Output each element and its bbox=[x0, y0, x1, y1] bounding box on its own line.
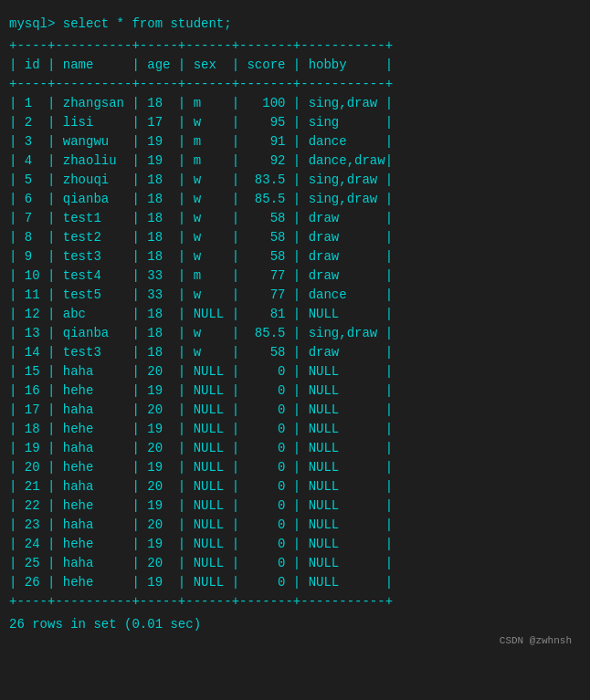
table-row: | 15 | haha | 20 | NULL | 0 | NULL | bbox=[9, 362, 581, 381]
prompt-text: mysql> select * from student; bbox=[9, 16, 232, 31]
table-row: | 21 | haha | 20 | NULL | 0 | NULL | bbox=[9, 477, 581, 496]
table-row: | 6 | qianba | 18 | w | 85.5 | sing,draw… bbox=[9, 190, 581, 209]
watermark-text: CSDN @zwhnsh bbox=[9, 635, 581, 646]
table-row: | 12 | abc | 18 | NULL | 81 | NULL | bbox=[9, 305, 581, 324]
table-row: | 4 | zhaoliu | 19 | m | 92 | dance,draw… bbox=[9, 151, 581, 171]
table-row: | 24 | hehe | 19 | NULL | 0 | NULL | bbox=[9, 535, 581, 554]
table-row: | 13 | qianba | 18 | w | 85.5 | sing,dra… bbox=[9, 324, 581, 343]
table-row: | 23 | haha | 20 | NULL | 0 | NULL | bbox=[9, 516, 581, 535]
table-row: | 26 | hehe | 19 | NULL | 0 | NULL | bbox=[9, 573, 581, 592]
table-row: | 8 | test2 | 18 | w | 58 | draw | bbox=[9, 228, 581, 247]
table-row: | 10 | test4 | 33 | m | 77 | draw | bbox=[9, 266, 581, 286]
table-row: | 5 | zhouqi | 18 | w | 83.5 | sing,draw… bbox=[9, 171, 581, 190]
table-row: | 18 | hehe | 19 | NULL | 0 | NULL | bbox=[9, 420, 581, 439]
table-row: | 17 | haha | 20 | NULL | 0 | NULL | bbox=[9, 401, 581, 420]
divider-mid: +----+----------+-----+------+-------+--… bbox=[9, 75, 581, 94]
table-output: +----+----------+-----+------+-------+--… bbox=[9, 37, 581, 611]
footer-text: 26 rows in set (0.01 sec) bbox=[9, 617, 581, 632]
table-row: | 20 | hehe | 19 | NULL | 0 | NULL | bbox=[9, 458, 581, 477]
table-rows: | 1 | zhangsan | 18 | m | 100 | sing,dra… bbox=[9, 94, 581, 592]
table-header: | id | name | age | sex | score | hobby … bbox=[9, 56, 581, 75]
terminal-window: mysql> select * from student; +----+----… bbox=[0, 9, 590, 653]
divider-top: +----+----------+-----+------+-------+--… bbox=[9, 37, 581, 56]
table-row: | 11 | test5 | 33 | w | 77 | dance | bbox=[9, 286, 581, 305]
table-row: | 2 | lisi | 17 | w | 95 | sing | bbox=[9, 113, 581, 132]
table-row: | 25 | haha | 20 | NULL | 0 | NULL | bbox=[9, 554, 581, 573]
table-row: | 22 | hehe | 19 | NULL | 0 | NULL | bbox=[9, 496, 581, 516]
divider-bot: +----+----------+-----+------+-------+--… bbox=[9, 592, 581, 611]
table-row: | 14 | test3 | 18 | w | 58 | draw | bbox=[9, 343, 581, 362]
table-row: | 1 | zhangsan | 18 | m | 100 | sing,dra… bbox=[9, 94, 581, 113]
table-row: | 3 | wangwu | 19 | m | 91 | dance | bbox=[9, 132, 581, 151]
table-row: | 19 | haha | 20 | NULL | 0 | NULL | bbox=[9, 439, 581, 458]
table-row: | 9 | test3 | 18 | w | 58 | draw | bbox=[9, 247, 581, 266]
table-row: | 16 | hehe | 19 | NULL | 0 | NULL | bbox=[9, 381, 581, 401]
table-row: | 7 | test1 | 18 | w | 58 | draw | bbox=[9, 209, 581, 228]
sql-prompt: mysql> select * from student; bbox=[9, 16, 581, 31]
